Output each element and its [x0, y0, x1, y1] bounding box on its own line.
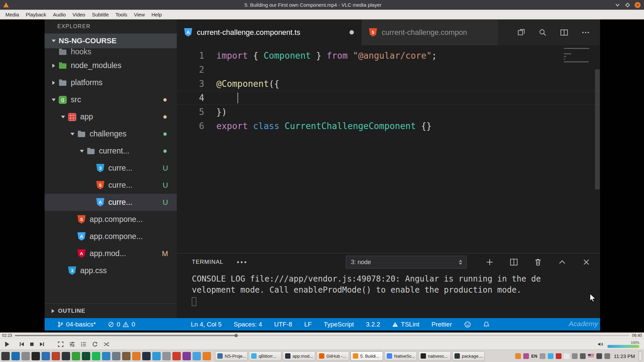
task-button-nativesc-[interactable]: NativeSc...: [384, 351, 417, 361]
video-area[interactable]: EXPLORER NS-NG-COURSE hooksnode_modulesp…: [0, 19, 644, 333]
modified-dot-icon[interactable]: [350, 30, 354, 35]
launcher-icon-2[interactable]: [11, 352, 20, 360]
menu-subtitle[interactable]: Subtitle: [89, 10, 112, 19]
problems-indicator[interactable]: 0 0: [108, 321, 135, 328]
flag-icon[interactable]: [588, 354, 594, 358]
launcher-icon-18[interactable]: [172, 352, 181, 360]
task-button-package-[interactable]: package....: [452, 351, 485, 361]
launcher-icon-5[interactable]: [42, 352, 50, 360]
typescript-version[interactable]: 3.2.2: [366, 321, 380, 328]
more-actions-icon[interactable]: [581, 28, 590, 37]
random-button[interactable]: [102, 340, 111, 349]
seek-slider[interactable]: [15, 335, 629, 336]
git-branch-indicator[interactable]: 04-basics*: [57, 321, 96, 328]
code-line[interactable]: 2: [177, 63, 600, 77]
cursor-position[interactable]: Ln 4, Col 5: [191, 321, 222, 328]
launcher-icon-3[interactable]: [21, 352, 30, 360]
volume-slider[interactable]: [607, 345, 639, 348]
code-line[interactable]: 5}): [177, 105, 600, 119]
tree-item-node-modules[interactable]: node_modules: [45, 57, 177, 74]
code-line[interactable]: 4: [177, 91, 600, 105]
fullscreen-button[interactable]: [56, 340, 65, 349]
tray-icon-1[interactable]: [596, 353, 602, 359]
scrollbar-thumb[interactable]: [595, 69, 600, 189]
tray-icon-4[interactable]: [564, 353, 570, 359]
language-mode[interactable]: TypeScript: [324, 321, 354, 328]
keyboard-layout-indicator[interactable]: EN: [531, 354, 537, 359]
stop-button[interactable]: [28, 340, 36, 349]
code-editor[interactable]: 1import { Component } from "@angular/cor…: [177, 45, 600, 253]
loop-button[interactable]: [91, 340, 99, 349]
previous-button[interactable]: [17, 340, 26, 349]
menu-help[interactable]: Help: [148, 10, 165, 19]
menu-audio[interactable]: Audio: [50, 10, 69, 19]
task-button-github-[interactable]: GitHub -...: [317, 351, 349, 361]
tray-icon-1[interactable]: [540, 353, 545, 359]
launcher-icon-14[interactable]: [132, 352, 141, 360]
task-button-5-buildi-[interactable]: 5. Buildi...: [351, 351, 383, 361]
launcher-icon-4[interactable]: [32, 352, 40, 360]
launcher-icon-16[interactable]: [152, 352, 161, 360]
launcher-icon-9[interactable]: [82, 352, 90, 360]
launcher-icon-6[interactable]: [52, 352, 60, 360]
volume-icon[interactable]: [596, 340, 605, 349]
tray-icon-2[interactable]: [604, 353, 610, 359]
tree-item-app-compone-[interactable]: 5app.compone...: [45, 211, 177, 228]
encoding-setting[interactable]: UTF-8: [274, 321, 292, 328]
notifications-bell-icon[interactable]: [483, 321, 490, 328]
tree-item-platforms[interactable]: platforms: [45, 74, 177, 91]
menu-playback[interactable]: Playback: [22, 10, 50, 19]
tslint-status[interactable]: TSLint: [392, 321, 419, 328]
launcher-icon-20[interactable]: [193, 352, 201, 360]
code-line[interactable]: 6export class CurrentChallengeComponent …: [177, 119, 600, 133]
tray-icon-6[interactable]: [580, 353, 586, 359]
maximize-button[interactable]: [625, 2, 631, 8]
extended-settings-button[interactable]: [68, 340, 76, 349]
tray-icon-3[interactable]: [556, 353, 561, 359]
seek-handle[interactable]: [234, 334, 238, 337]
open-changes-icon[interactable]: [517, 28, 526, 37]
launcher-icon-8[interactable]: [72, 352, 80, 360]
tree-item-app[interactable]: app: [45, 108, 177, 125]
tree-item-src[interactable]: {}src: [45, 91, 177, 108]
launcher-icon-21[interactable]: [203, 352, 211, 360]
tray-icon-1[interactable]: [515, 353, 521, 359]
task-button-ns-proje-[interactable]: NS-Proje...: [215, 351, 248, 361]
outline-section[interactable]: OUTLINE: [45, 303, 177, 318]
launcher-icon-10[interactable]: [92, 352, 100, 360]
play-button[interactable]: [3, 340, 11, 349]
tray-icon-2[interactable]: [523, 353, 529, 359]
code-line[interactable]: 3@Component({: [177, 77, 600, 91]
playlist-button[interactable]: [79, 340, 88, 349]
task-button-qbittorr-[interactable]: qBittorr...: [249, 351, 281, 361]
launcher-icon-1[interactable]: [1, 352, 10, 360]
tree-item-curre-[interactable]: 3curre...U: [45, 160, 177, 177]
maximize-panel-icon[interactable]: [558, 258, 567, 266]
editor-scrollbar[interactable]: [595, 45, 600, 253]
launcher-icon-17[interactable]: [162, 352, 171, 360]
terminal-tab[interactable]: TERMINAL: [192, 259, 223, 265]
tree-item-app-compone-[interactable]: Aapp.compone...: [45, 228, 177, 245]
menu-view[interactable]: View: [130, 10, 148, 19]
kill-terminal-icon[interactable]: [534, 258, 542, 266]
menu-media[interactable]: Media: [2, 10, 22, 19]
tree-item-hooks[interactable]: hooks: [45, 48, 177, 57]
tray-icon-5[interactable]: [572, 353, 578, 359]
menu-video[interactable]: Video: [69, 10, 89, 19]
vlc-titlebar[interactable]: 5. Building our First own Component.mp4 …: [0, 0, 644, 10]
launcher-icon-15[interactable]: [142, 352, 151, 360]
terminal-output[interactable]: CONSOLE LOG file:///app/vendor.js:49078:…: [177, 271, 600, 306]
split-editor-icon[interactable]: [560, 28, 569, 37]
split-terminal-icon[interactable]: [509, 258, 518, 266]
task-button-nativesc-[interactable]: nativesc...: [418, 351, 451, 361]
tree-item-current-[interactable]: current...: [45, 142, 177, 160]
new-terminal-icon[interactable]: [485, 258, 494, 266]
search-editor-icon[interactable]: [538, 28, 547, 37]
minimize-button[interactable]: [614, 2, 621, 8]
tree-item-app-mod-[interactable]: Aapp.mod...M: [45, 245, 177, 262]
close-button[interactable]: ×: [635, 2, 641, 8]
menu-tools[interactable]: Tools: [112, 10, 130, 19]
terminal-shell-select[interactable]: 3: node: [346, 256, 467, 268]
launcher-icon-13[interactable]: [122, 352, 130, 360]
code-line[interactable]: 1import { Component } from "@angular/cor…: [177, 49, 600, 63]
